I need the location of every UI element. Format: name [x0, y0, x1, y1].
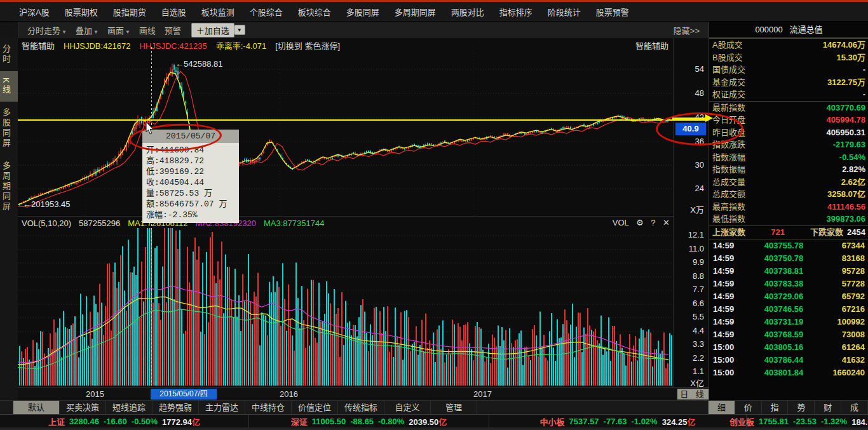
- volume-header-item: 587255296: [79, 218, 120, 228]
- toolbar-item-分时走势[interactable]: 分时走势▼: [27, 24, 67, 36]
- quote-row: 国债成交-: [709, 64, 868, 76]
- menu-item-股指期货[interactable]: 股指期货: [113, 6, 146, 18]
- tooltip-row: 收:404504.44: [146, 177, 236, 188]
- tick-row[interactable]: 14:59403750.7883168: [709, 252, 868, 265]
- quote-row: 指数涨跌-2179.63: [709, 138, 868, 151]
- volume-pane-controls: VOL ⚙ ? ✕: [607, 218, 670, 227]
- tick-time: 15:00: [713, 354, 745, 366]
- quote-label: 最高指数: [712, 201, 745, 213]
- tick-time: 14:59: [713, 278, 745, 290]
- tab-自定义[interactable]: 自定义: [384, 401, 431, 415]
- tick-row[interactable]: 14:59403746.5667216: [709, 303, 868, 316]
- menu-item-阶段统计[interactable]: 阶段统计: [548, 6, 581, 18]
- toolbar-item-叠加[interactable]: 叠加▼: [76, 24, 98, 36]
- quote-value: -: [863, 88, 865, 101]
- add-watchlist-caret[interactable]: ▼: [234, 25, 245, 35]
- toolbar-item-预警[interactable]: 预警: [165, 24, 181, 36]
- k-axis-unit: X万: [690, 203, 704, 215]
- help-icon[interactable]: ?: [651, 218, 655, 227]
- sidebar-item-多周期同屏[interactable]: 多周期同屏: [0, 155, 18, 218]
- tab-传统指标[interactable]: 传统指标: [338, 401, 384, 415]
- tick-volume: 1660240: [823, 366, 865, 379]
- tick-time: 14:59: [713, 303, 745, 316]
- tab-买卖决策[interactable]: 买卖决策: [60, 401, 106, 415]
- tick-time: 14:59: [713, 290, 745, 303]
- tab-主力雷达[interactable]: 主力雷达: [199, 401, 245, 415]
- kline-chart-pane[interactable]: 智能辅助HHJSJDB:421672HHJSJDC:421235乖离率:-4.0…: [18, 38, 674, 216]
- menu-item-两股对比[interactable]: 两股对比: [451, 6, 484, 18]
- menu-item-自选股[interactable]: 自选股: [161, 6, 186, 18]
- mini-tab-价[interactable]: 价: [735, 401, 762, 415]
- kline-header-item: [切换到 紫色涨停]: [275, 41, 340, 51]
- tab-趋势强弱[interactable]: 趋势强弱: [153, 401, 199, 415]
- quote-label: 指数振幅: [712, 163, 745, 176]
- sidebar-item-K线[interactable]: K线: [0, 71, 18, 102]
- tick-row[interactable]: 15:00403786.4441632: [709, 354, 868, 366]
- mini-tab-成[interactable]: 成: [841, 401, 868, 415]
- period-daily-button[interactable]: 日 线: [677, 389, 709, 400]
- tick-row[interactable]: 14:59403755.7867344: [709, 239, 868, 252]
- toolbar-item-画线[interactable]: 画线: [139, 24, 156, 36]
- tab-管理[interactable]: 管理: [431, 401, 477, 415]
- menu-item-指标排序[interactable]: 指标排序: [499, 6, 532, 18]
- tick-list[interactable]: 14:59403755.786734414:59403750.788316814…: [709, 239, 868, 379]
- kline-header-item: 智能辅助: [22, 41, 55, 51]
- tick-row[interactable]: 14:59403738.8195728: [709, 265, 868, 278]
- index-change: -77.63: [604, 417, 627, 426]
- mini-tab-细[interactable]: 细: [709, 401, 735, 415]
- volume-header-item: MA3:877351744: [264, 218, 324, 228]
- mini-tab-势[interactable]: 势: [788, 401, 815, 415]
- tab-中线持仓[interactable]: 中线持仓: [245, 401, 292, 415]
- close-icon[interactable]: ✕: [663, 218, 670, 227]
- index-value: 11005.50: [312, 417, 346, 426]
- quote-value: -: [863, 64, 865, 76]
- svg-text:←201953.45: ←201953.45: [23, 199, 70, 209]
- hide-panel-button[interactable]: 隐藏>>: [674, 24, 700, 36]
- menu-item-股票期权[interactable]: 股票期权: [65, 6, 98, 18]
- quote-row: 最新指数403770.69: [709, 102, 868, 114]
- mini-tab-指[interactable]: 指: [762, 401, 789, 415]
- tab-价值定位[interactable]: 价值定位: [292, 401, 338, 415]
- volume-chart-pane[interactable]: VOL(5,10,20)587255296MA1:726106112MA2:83…: [18, 216, 674, 388]
- k-axis-tick: 30: [695, 160, 704, 170]
- menu-item-多周期同屏[interactable]: 多周期同屏: [395, 6, 436, 18]
- tick-row[interactable]: 15:00403801.841660240: [709, 366, 868, 379]
- tab-默认[interactable]: 默认: [13, 401, 60, 415]
- menu-item-股票预警[interactable]: 股票预警: [596, 6, 629, 18]
- menu-item-板块综合[interactable]: 板块综合: [298, 6, 331, 18]
- menu-item-多股同屏[interactable]: 多股同屏: [346, 6, 379, 18]
- menu-item-个股综合[interactable]: 个股综合: [250, 6, 283, 18]
- add-watchlist-button[interactable]: ＋加自选: [191, 23, 234, 37]
- tick-price: 403755.78: [745, 239, 823, 252]
- quote-value: -2179.63: [833, 138, 865, 151]
- stock-name: 流通总值: [790, 25, 823, 34]
- sidebar-item-分时[interactable]: 分时: [0, 38, 18, 71]
- gear-icon[interactable]: ⚙: [636, 218, 644, 227]
- quote-label: 国债成交: [712, 64, 745, 76]
- menu-item-板块监测[interactable]: 板块监测: [201, 6, 234, 18]
- status-segment-中小板: 中小板7537.57-77.63-1.02%324.25亿: [489, 415, 747, 428]
- menu-item-沪深A股[interactable]: 沪深A股: [19, 6, 50, 18]
- tick-price: 403738.81: [745, 265, 823, 278]
- tick-row[interactable]: 14:59403783.3857728: [709, 278, 868, 290]
- tick-row[interactable]: 14:59403731.19100992: [709, 316, 868, 328]
- tick-row[interactable]: 15:00403805.1661264: [709, 341, 868, 354]
- tab-短线追踪[interactable]: 短线追踪: [106, 401, 153, 415]
- tick-row[interactable]: 14:59403729.0665792: [709, 290, 868, 303]
- mini-tab-财[interactable]: 财: [815, 401, 841, 415]
- vol-axis-tick: 1.1: [693, 366, 704, 376]
- quote-label: B股成交: [712, 51, 743, 64]
- amount-unit: 亿: [687, 417, 695, 427]
- toolbar-item-画面[interactable]: 画面▼: [107, 24, 130, 36]
- tick-price: 403731.19: [745, 316, 823, 328]
- tick-volume: 67216: [823, 303, 865, 316]
- chevron-down-icon: ▼: [125, 29, 130, 35]
- tick-volume: 100992: [823, 316, 865, 328]
- tick-row[interactable]: 14:59403768.5973008: [709, 328, 868, 341]
- sidebar-item-多股同屏[interactable]: 多股同屏: [0, 102, 18, 155]
- tick-time: 15:00: [713, 341, 745, 354]
- vol-axis-tick: 6.6: [693, 299, 704, 308]
- tick-price: 403783.38: [745, 278, 823, 290]
- vol-axis-tick: 11.0: [689, 244, 704, 253]
- quote-value: 3258.07亿: [827, 188, 865, 201]
